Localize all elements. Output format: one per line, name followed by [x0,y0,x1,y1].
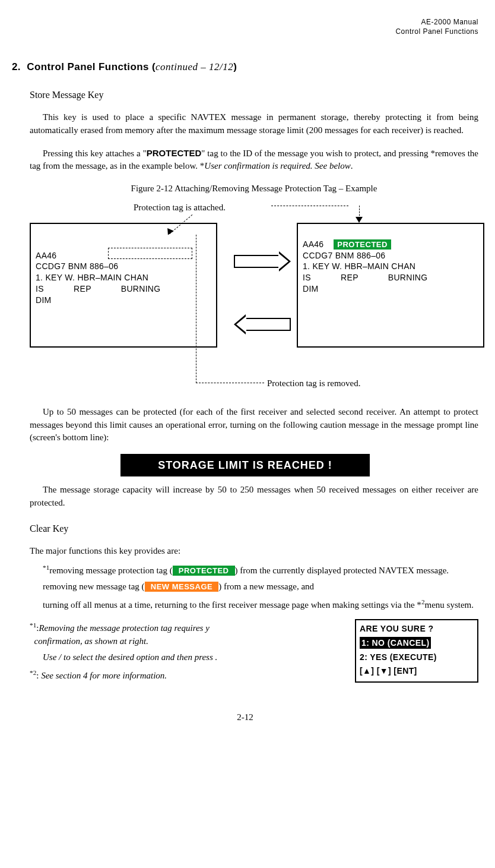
clear-f2a: removing new message tag ( [43,582,145,591]
figure-caption: Figure 2-12 Attaching/Removing Message P… [30,182,478,195]
footnote-2: *2: See section 4 for more information. [30,668,342,683]
confirm-question: ARE YOU SURE ? [360,623,474,635]
clear-key-heading: Clear Key [30,522,478,535]
page-number: 2-12 [12,711,478,724]
clear-f1b: ) from the currently displayed protected… [235,566,449,575]
section-number: 2. [12,61,21,72]
note2-text: See section 4 for more information [41,671,164,680]
clear-fn-1: *1removing message protection tag ( PROT… [30,563,478,577]
section-title-text: Control Panel Functions [27,61,149,72]
tag-removed-label: Protection tag is removed. [267,377,360,390]
store-p2a: Pressing this key attaches a " [43,149,147,158]
dashed-connector [196,235,196,383]
limit-p1-text: Up to 50 messages can be protected (for … [30,407,478,443]
arrowhead-icon [356,217,363,223]
screen-line: 1. KEY W. HBR–MAIN CHAN [36,273,148,282]
limit-para-1: Up to 50 messages can be protected (for … [30,406,478,444]
screen-line: CCDG7 BNM 886–06 [36,261,118,271]
clear-f2b: ) from a new message, and [218,582,314,591]
note1b: confirmation, as shown at right. [34,636,149,646]
confirm-option-no: 1: NO (CANCEL) [360,637,431,649]
protected-badge: PROTECTED [334,239,391,250]
protected-badge: PROTECTED [173,566,235,576]
tag-attached-label: Protection tag is attached. [134,201,226,214]
note1a: Removing the message protection tag requ… [39,623,209,633]
footnote-1-use: Use / to select the desired option and t… [43,651,342,664]
page-header: AE-2000 Manual Control Panel Functions [12,18,478,36]
manual-title: AE-2000 Manual [421,18,478,26]
storage-limit-warning: STORAGE LIMIT IS REACHED ! [120,454,370,476]
screen-line: DIM [303,284,319,293]
store-para-2: Pressing this key attaches a "PROTECTED"… [30,147,478,173]
dashed-connector [196,383,264,383]
section-heading: 2. Control Panel Functions (continued – … [12,60,478,75]
dashed-placeholder [108,248,192,259]
clear-fn-2: removing new message tag ( NEW MESSAGE )… [30,580,478,594]
confirm-dialog: ARE YOU SURE ? 1: NO (CANCEL) 2: YES (EX… [355,619,478,683]
limit-p2-text: The message storage capacity will increa… [30,485,478,507]
footnotes-area: ARE YOU SURE ? 1: NO (CANCEL) 2: YES (EX… [30,620,478,683]
dashed-connector [271,206,348,206]
arrow-left-icon [234,318,291,331]
sup-1-label: *1 [30,621,36,629]
screen-line: AA46 PROTECTED [303,239,391,249]
confirm-option-yes: 2: YES (EXECUTE) [360,651,474,663]
store-p1-text: This key is used to place a specific NAV… [30,112,478,135]
footnote-1: *1:Removing the message protection tag r… [30,620,342,648]
clear-f3b: menu system. [425,600,474,610]
screen-line: DIM [36,295,52,305]
clear-f1a: removing message protection tag ( [49,566,172,575]
store-para-1: This key is used to place a specific NAV… [30,111,478,137]
figure-area: Protection tag is attached. AA46 CCDG7 B… [30,201,478,397]
chapter-name: Control Panel Functions [395,27,478,36]
screen-line: IS REP BURNING [36,284,160,293]
screen-before: AA46 CCDG7 BNM 886–06 1. KEY W. HBR–MAIN… [30,223,217,348]
arrow-right-icon [234,255,280,268]
screen-line: CCDG7 BNM 886–06 [303,251,385,260]
sup-1: *1 [43,564,49,571]
confirm-keys: [▲] [▼] [ENT] [360,665,474,677]
clear-intro: The major functions this key provides ar… [30,545,478,558]
section-continued: continued – 12/12 [156,61,233,72]
clear-f3a: turning off all menus at a time, returni… [43,600,421,610]
screen-after: AA46 PROTECTED CCDG7 BNM 886–06 1. KEY W… [297,223,484,348]
screen-text: AA46 [303,239,334,249]
sup-2-label: *2 [30,669,36,676]
screen-line: IS REP BURNING [303,273,427,282]
new-message-badge: NEW MESSAGE [145,582,219,592]
clear-fn-3: turning off all menus at a time, returni… [30,597,478,612]
screen-line: 1. KEY W. HBR–MAIN CHAN [303,261,415,271]
screen-line: AA46 [36,251,56,260]
limit-para-2: The message storage capacity will increa… [30,484,478,510]
protected-word: PROTECTED [147,148,202,158]
store-p2d: . [351,161,353,171]
store-p2c: User confirmation is required. See below [204,161,350,171]
store-key-heading: Store Message Key [30,88,478,102]
